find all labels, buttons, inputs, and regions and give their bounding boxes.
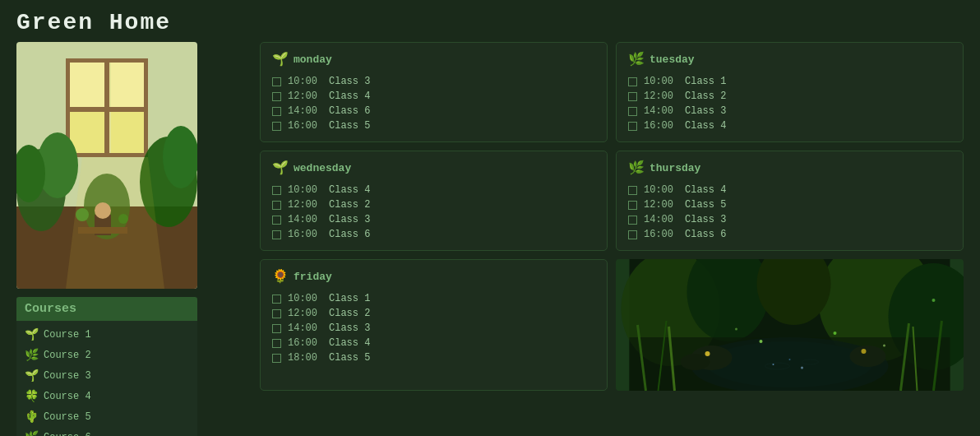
checkbox-monday-0[interactable] [272, 77, 281, 86]
day-card-friday: 🌻friday10:00Class 112:00Class 214:00Clas… [260, 259, 608, 391]
time-tuesday-3: 16:00 [644, 120, 678, 132]
checkbox-thursday-0[interactable] [628, 186, 637, 195]
time-monday-2: 14:00 [288, 105, 322, 117]
course-label-3: Course 3 [44, 370, 91, 382]
checkbox-thursday-3[interactable] [628, 230, 637, 239]
class-item-tuesday-0: 10:00Class 1 [628, 74, 951, 89]
time-tuesday-0: 10:00 [644, 76, 678, 87]
time-wednesday-0: 10:00 [288, 184, 322, 196]
hero-image [16, 42, 197, 289]
time-monday-3: 16:00 [288, 120, 322, 132]
checkbox-friday-2[interactable] [272, 324, 281, 333]
course-label-4: Course 4 [44, 391, 91, 402]
class-item-wednesday-3: 16:00Class 6 [272, 227, 595, 242]
day-name-thursday: thursday [649, 162, 700, 174]
classname-friday-3: Class 4 [329, 337, 370, 349]
checkbox-tuesday-1[interactable] [628, 92, 637, 101]
course-icon-2: 🌿 [25, 348, 39, 362]
svg-point-17 [163, 126, 197, 188]
day-card-thursday: 🌿thursday10:00Class 412:00Class 514:00Cl… [616, 151, 964, 251]
class-item-tuesday-2: 14:00Class 3 [628, 104, 951, 118]
svg-point-51 [801, 367, 803, 369]
time-monday-0: 10:00 [288, 76, 322, 87]
day-name-wednesday: wednesday [294, 162, 351, 174]
class-item-wednesday-0: 10:00Class 4 [272, 183, 595, 197]
day-header-wednesday: 🌱wednesday [272, 160, 595, 176]
course-icon-1: 🌱 [25, 327, 39, 341]
time-tuesday-2: 14:00 [644, 105, 678, 117]
time-friday-4: 18:00 [288, 352, 322, 364]
classname-tuesday-1: Class 2 [685, 90, 726, 102]
day-name-tuesday: tuesday [649, 53, 695, 66]
svg-point-45 [760, 340, 763, 343]
day-icon-friday: 🌻 [272, 268, 289, 285]
class-item-tuesday-3: 16:00Class 4 [628, 118, 951, 133]
time-friday-2: 14:00 [288, 322, 322, 334]
time-thursday-1: 12:00 [644, 199, 678, 211]
checkbox-tuesday-3[interactable] [628, 122, 637, 131]
checkbox-friday-1[interactable] [272, 309, 281, 318]
checkbox-monday-1[interactable] [272, 92, 281, 101]
time-friday-1: 12:00 [288, 308, 322, 319]
class-item-wednesday-2: 14:00Class 3 [272, 212, 595, 227]
day-name-friday: friday [294, 271, 332, 283]
day-header-friday: 🌻friday [272, 268, 595, 285]
schedule-grid-mid: 🌱wednesday10:00Class 412:00Class 214:00C… [260, 151, 964, 251]
checkbox-thursday-2[interactable] [628, 216, 637, 225]
svg-rect-11 [66, 107, 148, 112]
sidebar-item-course-1[interactable]: 🌱Course 1 [16, 324, 197, 345]
checkbox-friday-3[interactable] [272, 339, 281, 348]
checkbox-wednesday-1[interactable] [272, 201, 281, 210]
svg-rect-3 [111, 63, 144, 108]
classname-wednesday-2: Class 3 [329, 214, 370, 225]
day-icon-thursday: 🌿 [628, 160, 645, 176]
day-header-tuesday: 🌿tuesday [628, 51, 951, 67]
svg-rect-2 [70, 63, 107, 108]
checkbox-wednesday-0[interactable] [272, 186, 281, 195]
classname-wednesday-1: Class 2 [329, 199, 370, 211]
checkbox-tuesday-2[interactable] [628, 107, 637, 116]
schedule-grid-top: 🌱monday10:00Class 312:00Class 414:00Clas… [260, 42, 964, 142]
checkbox-friday-4[interactable] [272, 354, 281, 363]
svg-point-50 [773, 364, 774, 365]
class-item-thursday-3: 16:00Class 6 [628, 227, 951, 242]
checkbox-friday-0[interactable] [272, 295, 281, 304]
svg-marker-24 [66, 157, 164, 289]
time-thursday-3: 16:00 [644, 229, 678, 240]
classname-friday-2: Class 3 [329, 322, 370, 334]
classname-wednesday-0: Class 4 [329, 184, 370, 196]
class-item-thursday-0: 10:00Class 4 [628, 183, 951, 197]
checkbox-monday-3[interactable] [272, 122, 281, 131]
class-item-monday-1: 12:00Class 4 [272, 89, 595, 104]
day-icon-tuesday: 🌿 [628, 51, 645, 67]
sidebar-item-course-4[interactable]: 🍀Course 4 [16, 386, 197, 406]
class-item-friday-2: 14:00Class 3 [272, 321, 595, 336]
sidebar-item-course-5[interactable]: 🌵Course 5 [16, 406, 197, 427]
classname-monday-2: Class 6 [329, 105, 370, 117]
class-item-friday-4: 18:00Class 5 [272, 350, 595, 365]
day-icon-wednesday: 🌱 [272, 160, 289, 176]
checkbox-monday-2[interactable] [272, 107, 281, 116]
time-thursday-2: 14:00 [644, 214, 678, 225]
checkbox-thursday-1[interactable] [628, 201, 637, 210]
checkbox-wednesday-2[interactable] [272, 216, 281, 225]
page-title: Green Home [0, 0, 980, 42]
classname-wednesday-3: Class 6 [329, 229, 370, 240]
classname-tuesday-0: Class 1 [685, 76, 726, 87]
courses-header: Courses [16, 297, 197, 321]
checkbox-wednesday-3[interactable] [272, 230, 281, 239]
main-content: 🌱monday10:00Class 312:00Class 414:00Clas… [260, 42, 964, 436]
svg-point-54 [862, 349, 867, 354]
course-icon-6: 🌿 [25, 430, 39, 436]
sidebar-item-course-3[interactable]: 🌱Course 3 [16, 365, 197, 386]
sidebar-item-course-6[interactable]: 🌿Course 6 [16, 427, 197, 436]
classname-thursday-3: Class 6 [685, 229, 726, 240]
day-header-thursday: 🌿thursday [628, 160, 951, 176]
time-wednesday-3: 16:00 [288, 229, 322, 240]
classname-friday-1: Class 2 [329, 308, 370, 319]
class-item-monday-0: 10:00Class 3 [272, 74, 595, 89]
sidebar-item-course-2[interactable]: 🌿Course 2 [16, 345, 197, 365]
classname-thursday-1: Class 5 [685, 199, 726, 211]
checkbox-tuesday-0[interactable] [628, 77, 637, 86]
courses-section: Courses 🌱Course 1🌿Course 2🌱Course 3🍀Cour… [16, 297, 197, 436]
